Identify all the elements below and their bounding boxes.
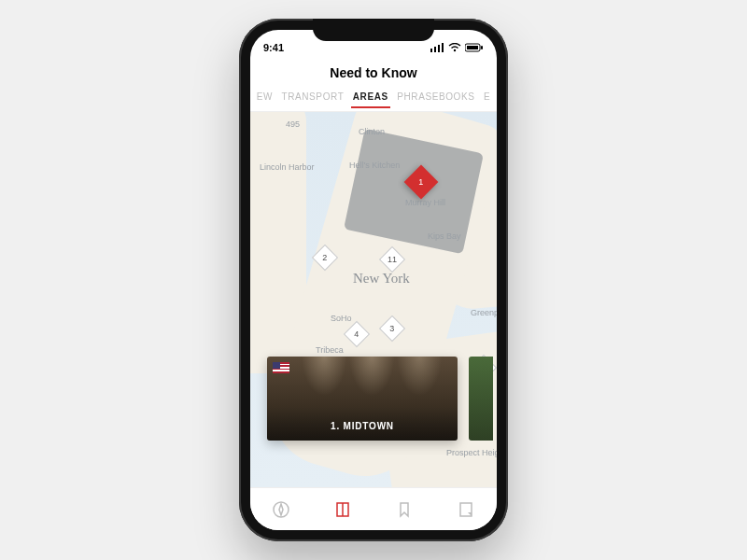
map-viewport[interactable]: New York 495ClintonLincoln HarborHell's … [250,112,497,487]
tab-bar: EWTRANSPORTAREASPHRASEBOOKSE [250,88,497,112]
tab-transport[interactable]: TRANSPORT [279,88,345,107]
header: Need to Know [250,60,497,88]
notch [313,19,434,41]
status-time: 9:41 [263,42,284,53]
battery-icon [465,43,484,52]
nav-compass[interactable] [271,499,291,520]
svg-rect-7 [481,46,483,49]
nav-bookmark[interactable] [394,499,415,520]
svg-rect-2 [438,45,440,52]
status-right [430,43,484,52]
map-pin-number: 2 [322,253,327,262]
tab-areas[interactable]: AREAS [351,88,390,107]
area-card-title: 1. MIDTOWN [331,421,394,431]
nav-guide[interactable] [332,499,353,520]
map-pin-number: 11 [388,255,397,264]
svg-rect-1 [434,47,436,52]
tab-ew[interactable]: EW [255,88,275,107]
map-pin-number: 3 [389,324,394,333]
screen: 9:41 Need to Know EWTRANSPORTAREASPHRASE… [250,30,497,530]
page-title: Need to Know [250,65,497,80]
tab-phrasebooks[interactable]: PHRASEBOOKS [395,88,476,107]
area-card-next-peek[interactable] [469,357,493,441]
svg-point-4 [454,49,456,51]
tab-e[interactable]: E [482,88,492,107]
map-pin-number: 1 [418,177,423,187]
wifi-icon [448,43,461,52]
svg-rect-0 [430,49,432,52]
svg-rect-6 [467,46,478,49]
phone-frame: 9:41 Need to Know EWTRANSPORTAREASPHRASE… [239,19,508,541]
area-card-midtown[interactable]: 1. MIDTOWN [267,357,458,441]
svg-rect-3 [442,43,444,52]
nav-notes[interactable] [456,499,476,520]
us-flag-icon [273,362,289,373]
map-label: Greenp [471,308,497,317]
signal-icon [430,43,444,52]
map-pin-number: 4 [354,329,359,339]
bottom-nav [250,487,497,530]
